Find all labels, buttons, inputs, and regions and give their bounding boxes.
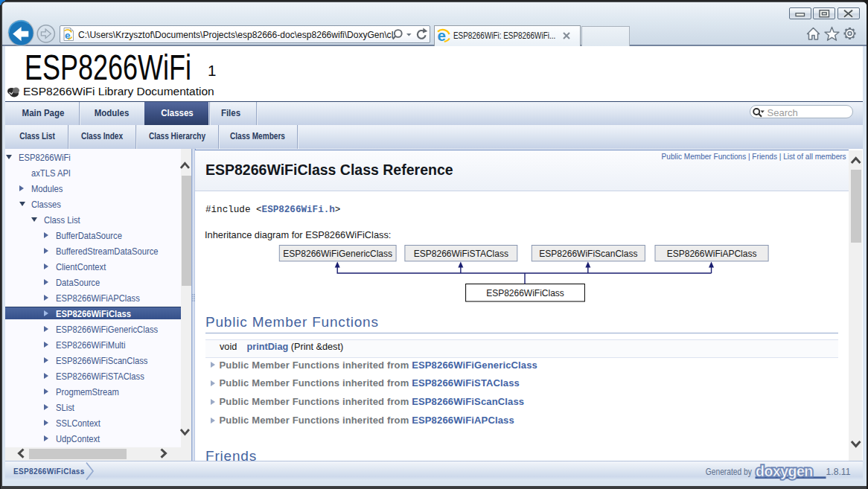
svg-text:ESP8266WiFiClass: ESP8266WiFiClass [486,287,564,298]
svg-text:ESP8266WiFiGenericClass: ESP8266WiFiGenericClass [283,248,392,258]
svg-text:ESP8266WiFiSTAClass: ESP8266WiFiSTAClass [414,248,508,258]
svg-text:ESP8266WiFiAPClass: ESP8266WiFiAPClass [667,248,757,258]
svg-text:ESP8266WiFiScanClass: ESP8266WiFiScanClass [539,248,637,258]
